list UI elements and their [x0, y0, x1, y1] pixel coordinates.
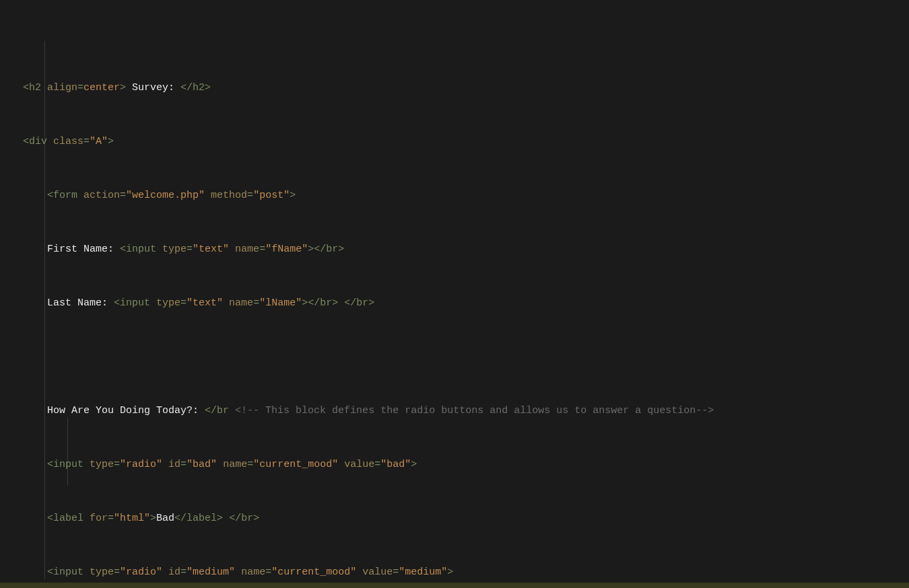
code-line[interactable]: <label for="html">Bad</label> </br> — [23, 512, 909, 525]
code-line[interactable]: <div class="A"> — [23, 135, 909, 149]
tag-token: </br> — [344, 297, 374, 309]
val-token: "medium" — [187, 566, 235, 578]
val-token: center — [83, 82, 120, 94]
val-token: "bad" — [380, 459, 411, 470]
space — [223, 513, 229, 524]
code-line[interactable]: <form action="welcome.php" method="post"… — [23, 189, 909, 203]
attr-token: name — [223, 297, 253, 309]
text-token: How Are You Doing Today?: — [47, 405, 205, 416]
attr-token: name — [229, 244, 259, 255]
text-token: Last Name: — [47, 297, 114, 309]
eq-token: = — [259, 244, 265, 255]
tag-token: </label> — [174, 513, 223, 524]
attr-token: value — [356, 566, 393, 578]
eq-token: = — [187, 244, 193, 255]
code-line[interactable]: <input type="radio" id="medium" name="cu… — [23, 566, 909, 579]
attr-token: id — [162, 459, 180, 470]
val-token: "text" — [187, 297, 223, 309]
indent-guide — [44, 41, 45, 579]
code-line[interactable]: <h2 align=center> Survey: </h2> — [23, 81, 909, 95]
val-token: "post" — [253, 190, 290, 201]
eq-token: = — [265, 566, 271, 578]
eq-token: = — [180, 297, 187, 309]
code-line[interactable] — [23, 351, 909, 364]
status-bar — [0, 583, 909, 588]
val-token: "bad" — [187, 459, 217, 470]
code-line[interactable]: How Are You Doing Today?: </br <!-- This… — [23, 404, 909, 418]
text-token: Survey: — [126, 82, 180, 94]
punct-token: > — [411, 459, 417, 470]
val-token: "current_mood" — [253, 459, 338, 470]
val-token: "radio" — [120, 459, 162, 470]
eq-token: = — [253, 297, 259, 309]
eq-token: = — [114, 459, 120, 470]
tag-token: </br> — [229, 513, 259, 524]
val-token: "text" — [193, 244, 229, 255]
eq-token: = — [180, 459, 187, 470]
val-token: "welcome.php" — [126, 190, 205, 201]
space — [338, 297, 344, 309]
tag-token: <form — [47, 190, 77, 201]
val-token: "html" — [114, 513, 150, 524]
indent — [23, 405, 47, 416]
tag-token: <input — [120, 244, 156, 255]
eq-token: = — [120, 190, 126, 201]
val-token: "current_mood" — [271, 566, 356, 578]
indent — [23, 566, 47, 578]
attr-token: type — [83, 566, 114, 578]
attr-token: name — [217, 459, 247, 470]
eq-token: = — [108, 513, 114, 524]
punct-token: > — [308, 244, 314, 255]
tag-token: <div — [23, 136, 47, 147]
val-token: "A" — [90, 136, 108, 147]
punct-token: > — [447, 566, 453, 578]
attr-token: for — [83, 513, 108, 524]
indent-guide — [67, 418, 68, 485]
attr-token: id — [162, 566, 180, 578]
punct-token: > — [108, 136, 114, 147]
indent — [23, 190, 47, 201]
eq-token: = — [393, 566, 399, 578]
eq-token: = — [83, 136, 90, 147]
tag-token: </br> — [308, 297, 338, 309]
tag-token: <label — [47, 513, 83, 524]
punct-token: > — [290, 190, 296, 201]
code-line[interactable]: First Name: <input type="text" name="fNa… — [23, 243, 909, 256]
attr-token: value — [338, 459, 374, 470]
indent — [23, 297, 47, 309]
val-token: "radio" — [120, 566, 162, 578]
attr-token: method — [205, 190, 247, 201]
val-token: "medium" — [399, 566, 447, 578]
tag-token: <h2 — [23, 82, 41, 94]
tag-token: </br — [205, 405, 229, 416]
tag-token: </h2> — [180, 82, 211, 94]
code-line[interactable]: Last Name: <input type="text" name="lNam… — [23, 297, 909, 310]
punct-token: > — [150, 513, 156, 524]
attr-token: type — [83, 459, 114, 470]
tag-token: <input — [47, 459, 83, 470]
indent — [23, 513, 47, 524]
eq-token: = — [180, 566, 187, 578]
indent — [23, 244, 47, 255]
eq-token: = — [114, 566, 120, 578]
attr-token: type — [150, 297, 180, 309]
tag-token: </br> — [314, 244, 344, 255]
eq-token: = — [374, 459, 380, 470]
val-token: "fName" — [265, 244, 308, 255]
attr-token: action — [77, 190, 120, 201]
attr-token: class — [47, 136, 83, 147]
val-token: "lName" — [259, 297, 302, 309]
comment-token: <!-- This block defines the radio button… — [235, 405, 714, 416]
punct-token: > — [302, 297, 308, 309]
tag-token: <input — [47, 566, 83, 578]
eq-token: = — [247, 190, 253, 201]
code-line[interactable]: <input type="radio" id="bad" name="curre… — [23, 458, 909, 472]
text-token: Bad — [156, 513, 174, 524]
code-editor[interactable]: <h2 align=center> Survey: </h2> <div cla… — [0, 0, 909, 588]
attr-token: name — [235, 566, 265, 578]
attr-token: align — [41, 82, 77, 94]
text-token: First Name: — [47, 244, 120, 255]
eq-token: = — [247, 459, 253, 470]
punct-token: > — [120, 82, 126, 94]
tag-token: <input — [114, 297, 150, 309]
